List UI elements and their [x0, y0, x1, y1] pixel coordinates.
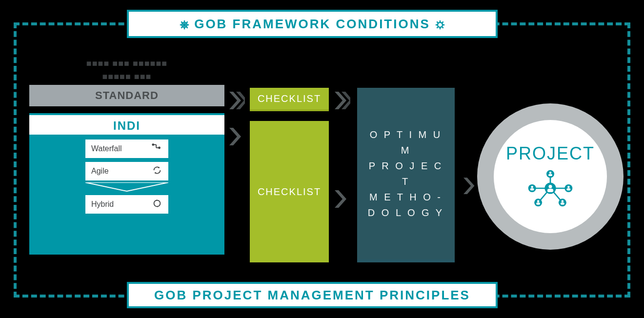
method-label: Hybrid [91, 200, 114, 209]
svg-point-36 [546, 170, 554, 178]
gear-icon [175, 17, 194, 32]
method-hybrid: Hybrid [85, 195, 168, 214]
svg-point-10 [438, 22, 443, 27]
diagram-content: ■■■■ ■■■ ■■■■■■ ■■■■■ ■■■ STANDARD INDI … [29, 59, 615, 268]
bottom-title-box: GOB PROJECT MANAGEMENT PRINCIPLES [127, 282, 498, 308]
method-label: Agile [91, 167, 109, 176]
svg-line-9 [186, 21, 188, 23]
checklist-big-label: CHECKLIST [258, 186, 321, 198]
svg-point-45 [531, 186, 533, 188]
svg-rect-48 [566, 188, 570, 190]
svg-marker-29 [463, 178, 475, 194]
method-list: Waterfall Agile Hybrid [85, 139, 168, 214]
gear-icon [430, 17, 450, 32]
svg-line-8 [181, 27, 183, 28]
network-icon [523, 169, 577, 210]
svg-line-17 [437, 27, 438, 28]
bottom-title-text: GOB PROJECT MANAGEMENT PRINCIPLES [154, 288, 470, 303]
arrow-icon [463, 178, 478, 194]
svg-rect-50 [536, 202, 540, 204]
optimum-box: O P T I M U M P R O J E C T M E T H O - … [357, 88, 455, 262]
svg-line-16 [442, 27, 443, 28]
arrow-icon [335, 92, 350, 109]
indi-box: INDI Waterfall Agile [29, 113, 224, 255]
obscured-heading-line1: ■■■■ ■■■ ■■■■■■ [29, 59, 224, 69]
agile-icon [152, 165, 162, 178]
hybrid-icon [152, 198, 162, 211]
svg-rect-52 [561, 202, 564, 204]
arrow-icon [335, 190, 350, 208]
svg-point-41 [548, 185, 552, 188]
waterfall-icon [152, 142, 162, 155]
svg-rect-46 [530, 188, 534, 190]
project-label: PROJECT [506, 143, 595, 164]
left-column: ■■■■ ■■■ ■■■■■■ ■■■■■ ■■■ STANDARD INDI … [29, 59, 224, 268]
obscured-heading-line2: ■■■■■ ■■■ [29, 72, 224, 82]
top-title-box: GOB FRAMEWORK CONDITIONS [127, 10, 498, 38]
indi-label: INDI [113, 119, 141, 132]
standard-bar: STANDARD [29, 85, 224, 106]
svg-line-6 [181, 21, 183, 23]
arrow-icon [229, 92, 245, 109]
svg-line-7 [186, 27, 188, 28]
project-circle: PROJECT [477, 103, 624, 250]
project-inner: PROJECT [494, 120, 607, 233]
svg-point-22 [154, 200, 161, 207]
svg-point-47 [567, 186, 570, 188]
svg-marker-27 [229, 128, 241, 145]
standard-label: STANDARD [95, 89, 159, 101]
svg-rect-44 [548, 174, 552, 176]
top-title-text: GOB FRAMEWORK CONDITIONS [194, 17, 430, 32]
checklist-big: CHECKLIST [250, 121, 329, 262]
svg-marker-28 [335, 190, 346, 208]
svg-point-51 [562, 200, 564, 202]
method-agile: Agile [85, 162, 168, 180]
funnel-icon [85, 182, 168, 192]
svg-point-43 [549, 172, 552, 174]
method-label: Waterfall [91, 144, 122, 153]
svg-point-20 [159, 147, 160, 149]
svg-line-18 [442, 21, 443, 23]
svg-line-15 [437, 21, 438, 23]
arrow-icon [229, 128, 245, 145]
checklist-top-label: CHECKLIST [258, 93, 321, 104]
checklist-top: CHECKLIST [250, 88, 329, 111]
svg-point-19 [152, 144, 154, 145]
svg-rect-42 [547, 189, 553, 192]
svg-point-49 [537, 200, 540, 202]
indi-header: INDI [29, 113, 224, 135]
svg-marker-21 [85, 182, 168, 191]
method-waterfall: Waterfall [85, 139, 168, 158]
optimum-text: O P T I M U M P R O J E C T M E T H O - … [366, 127, 446, 220]
